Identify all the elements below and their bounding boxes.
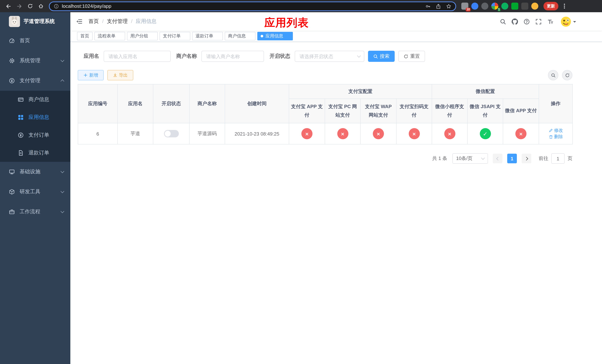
browser-update-button[interactable]: 更新 — [544, 2, 558, 10]
tab-home[interactable]: 首页 — [77, 32, 93, 40]
delete-link[interactable]: 删除 — [548, 134, 563, 140]
tab-merchant-info[interactable]: 商户信息 — [225, 32, 256, 40]
tab-pay-order[interactable]: 支付订单 — [160, 32, 190, 40]
tab-process-form[interactable]: 流程表单 — [94, 32, 125, 40]
goto-page-input[interactable] — [551, 153, 565, 164]
extension-icon[interactable]: 10 — [461, 3, 468, 10]
breadcrumb-payment[interactable]: 支付管理 — [99, 18, 128, 25]
edit-link[interactable]: 修改 — [548, 127, 563, 133]
active-tab-dot — [261, 35, 263, 37]
merchant-name-input[interactable] — [201, 51, 264, 62]
sidebar-item-payment[interactable]: 支付管理 — [0, 71, 70, 91]
site-info-icon[interactable] — [54, 3, 59, 9]
browser-home-button[interactable] — [36, 1, 45, 11]
home-icon — [38, 3, 43, 9]
github-link[interactable] — [512, 18, 518, 25]
hamburger-icon — [76, 18, 83, 25]
sidebar-logo[interactable]: 芋道管理系统 — [0, 12, 70, 31]
briefcase-icon — [9, 209, 15, 215]
refresh-table-button[interactable] — [562, 70, 572, 80]
tab-app-info[interactable]: 应用信息 — [257, 32, 293, 40]
prev-page-button[interactable] — [493, 154, 502, 163]
breadcrumb: 首页 支付管理 应用信息 — [88, 18, 157, 25]
total-count: 共 1 条 — [432, 155, 447, 162]
col-app-name: 应用名 — [118, 84, 153, 123]
app-name-input[interactable] — [104, 51, 171, 62]
url-bar[interactable]: localhost:1024/pay/app — [49, 1, 456, 11]
cell-created: 2021-10-23 08:49:25 — [225, 123, 289, 144]
fullscreen-button[interactable] — [535, 18, 542, 25]
help-button[interactable] — [524, 18, 530, 25]
browser-back-button[interactable] — [4, 1, 13, 11]
extension-icon[interactable] — [521, 3, 528, 10]
chevron-down-icon — [61, 58, 64, 62]
share-icon[interactable] — [436, 3, 441, 9]
page-size-select[interactable]: 10条/页 — [452, 153, 488, 164]
browser-profile-avatar[interactable] — [531, 3, 538, 10]
header-search-button[interactable] — [500, 18, 506, 25]
add-button[interactable]: 新增 — [78, 70, 104, 80]
tab-user-group[interactable]: 用户分组 — [127, 32, 158, 40]
table-row: 6 芋道 芋道源码 2021-10-23 08:49:25 × × × × × … — [78, 123, 573, 144]
reset-button[interactable]: 重置 — [398, 51, 425, 62]
sidebar-item-pay-order[interactable]: 支付订单 — [0, 126, 70, 144]
bookmark-star-icon[interactable] — [446, 3, 451, 9]
status-select-input[interactable] — [295, 51, 364, 62]
sidebar-item-merchant-info[interactable]: 商户信息 — [0, 91, 70, 108]
payment-config-status-icon: ✓ — [480, 128, 491, 139]
sidebar-item-devtools[interactable]: 研发工具 — [0, 182, 70, 202]
status-select[interactable] — [295, 51, 364, 62]
sidebar-item-refund-order[interactable]: 退款订单 — [0, 144, 70, 162]
search-button[interactable]: 搜索 — [368, 51, 395, 62]
tab-close-icon[interactable] — [247, 34, 252, 39]
extension-icon[interactable] — [481, 3, 488, 10]
page-1-button[interactable]: 1 — [507, 154, 517, 163]
pay-order-icon — [18, 132, 24, 138]
tab-close-icon[interactable] — [215, 34, 220, 39]
next-page-button[interactable] — [522, 154, 531, 163]
chevron-right-icon — [524, 157, 528, 160]
status-label: 开启状态 — [269, 53, 290, 60]
tab-close-icon[interactable] — [150, 34, 154, 39]
browser-menu-icon[interactable] — [562, 2, 567, 10]
navbar: 首页 支付管理 应用信息 应用列表 — [70, 12, 602, 31]
navbar-actions — [500, 16, 602, 27]
document-icon — [18, 150, 24, 156]
extension-icon[interactable] — [501, 3, 508, 10]
browser-forward-button[interactable] — [14, 1, 24, 11]
tab-close-icon[interactable] — [285, 34, 290, 39]
sidebar-item-workflow[interactable]: 工作流程 — [0, 202, 70, 222]
password-key-icon[interactable] — [425, 3, 430, 9]
extension-icon[interactable]: 1 — [491, 3, 498, 10]
payment-submenu: 商户信息 应用信息 支付订单 退款订单 — [0, 91, 70, 162]
tab-refund-order[interactable]: 退款订单 — [192, 32, 223, 40]
payment-config-status-icon: × — [408, 128, 420, 139]
tab-close-icon[interactable] — [182, 34, 187, 39]
browser-toolbar: localhost:1024/pay/app 10 1 更新 — [0, 0, 602, 12]
toggle-search-button[interactable] — [548, 70, 558, 80]
col-alipay-wap: 支付宝 WAP 网站支付 — [360, 99, 396, 123]
sidebar-item-home[interactable]: 首页 — [0, 31, 70, 51]
export-button[interactable]: 导出 — [107, 70, 133, 80]
tab-close-icon[interactable] — [117, 34, 122, 39]
breadcrumb-home[interactable]: 首页 — [88, 18, 99, 25]
sidebar-item-infrastructure[interactable]: 基础设施 — [0, 162, 70, 182]
sidebar-item-label: 系统管理 — [20, 57, 56, 64]
col-wx-jsapi: 微信 JSAPI 支付 — [467, 99, 503, 123]
font-size-button[interactable] — [547, 18, 553, 25]
trash-icon — [548, 135, 553, 139]
page-size-value: 10条/页 — [456, 155, 473, 162]
extension-icon[interactable] — [471, 3, 478, 10]
search-button-label: 搜索 — [380, 53, 389, 60]
extension-icon[interactable] — [511, 3, 518, 10]
status-toggle[interactable] — [164, 130, 179, 137]
user-avatar-menu[interactable] — [560, 16, 576, 27]
sidebar-item-app-info[interactable]: 应用信息 — [0, 108, 70, 126]
extension-badge: 10 — [466, 8, 471, 11]
col-actions: 操作 — [539, 84, 573, 123]
logo-avatar — [9, 16, 20, 27]
credit-card-icon — [18, 97, 24, 103]
sidebar-fold-button[interactable] — [76, 18, 83, 25]
sidebar-item-system[interactable]: 系统管理 — [0, 51, 70, 71]
browser-reload-button[interactable] — [25, 1, 35, 11]
